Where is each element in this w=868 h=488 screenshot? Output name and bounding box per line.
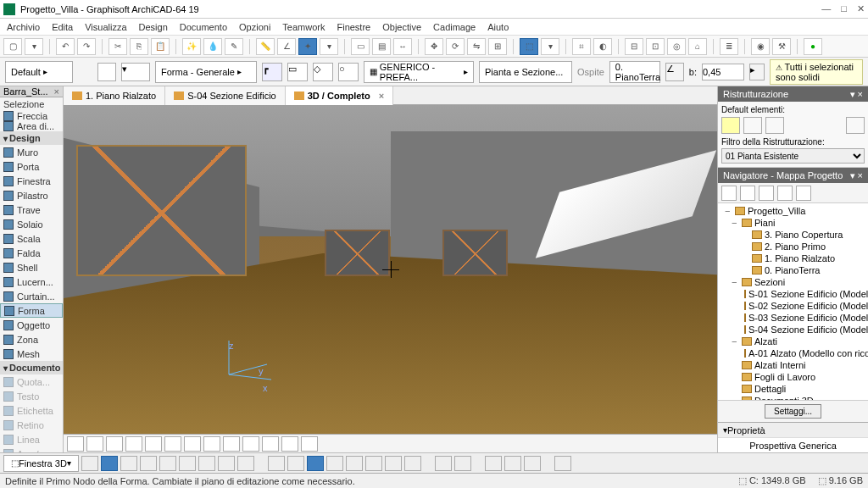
tab-1--piano-rialzato[interactable]: 1. Piano Rialzato <box>64 86 165 105</box>
bt-21[interactable] <box>504 456 521 471</box>
vp-btn-13[interactable] <box>301 436 318 452</box>
tree-0--pianoterra[interactable]: 0. PianoTerra <box>720 264 866 276</box>
tool-testo[interactable]: Testo <box>0 389 63 403</box>
mat-icon[interactable]: ◉ <box>751 38 770 55</box>
bt-2[interactable] <box>101 456 118 471</box>
rect-icon[interactable]: ▭ <box>351 38 370 55</box>
array-icon[interactable]: ⊞ <box>488 38 507 55</box>
geom-b-icon[interactable]: ▭ <box>287 63 308 81</box>
bt-11[interactable] <box>287 456 304 471</box>
tool-retino[interactable]: Retino <box>0 418 63 432</box>
tree-dettagli[interactable]: Dettagli <box>720 383 866 395</box>
tool-scala[interactable]: Scala <box>0 231 63 246</box>
tool-pilastro[interactable]: Pilastro <box>0 188 63 202</box>
tree-s-01-sezione-edificio--modello[interactable]: S-01 Sezione Edificio (Modello <box>720 288 866 300</box>
generico-dropdown[interactable]: ▦ GENERICO - PREFA... ▸ <box>364 61 474 83</box>
home-icon[interactable]: ⌂ <box>688 38 707 55</box>
snap-icon[interactable]: ✦ <box>298 38 317 55</box>
geom-d-icon[interactable]: ○ <box>338 63 359 81</box>
nav-btn-2[interactable] <box>740 186 755 201</box>
menu-finestre[interactable]: Finestre <box>337 22 370 32</box>
nav-btn-1[interactable] <box>721 186 737 201</box>
bt-17[interactable] <box>404 456 421 471</box>
paste-icon[interactable]: 📋 <box>151 38 170 55</box>
nav-btn-5[interactable] <box>796 186 811 201</box>
bt-19[interactable] <box>454 456 471 471</box>
menu-edita[interactable]: Edita <box>52 22 73 32</box>
menu-design[interactable]: Design <box>139 22 168 32</box>
dist-icon[interactable]: ↔ <box>393 38 412 55</box>
reno-btn-4[interactable] <box>846 117 865 134</box>
tree-s-03-sezione-edificio--modello[interactable]: S-03 Sezione Edificio (Modello <box>720 312 866 324</box>
menu-opzioni[interactable]: Opzioni <box>239 22 270 32</box>
tool-etichetta[interactable]: Etichetta <box>0 403 63 418</box>
proprieta-header[interactable]: ▾ Proprietà <box>718 422 868 437</box>
vp-btn-5[interactable] <box>145 436 162 452</box>
tool-solaio[interactable]: Solaio <box>0 217 63 231</box>
tab-3d---completo[interactable]: 3D / Completo× <box>286 86 393 105</box>
tool-falda[interactable]: Falda <box>0 246 63 260</box>
minimize-icon[interactable]: — <box>821 3 831 14</box>
tool-mesh[interactable]: Mesh <box>0 347 63 361</box>
viewplan-icon[interactable]: ▾ <box>541 38 559 55</box>
piano-dropdown[interactable]: 0. PianoTerra <box>609 61 660 83</box>
bt-6[interactable] <box>179 456 196 471</box>
close-icon[interactable]: ✕ <box>857 3 865 14</box>
default-dropdown[interactable]: Default ▸ <box>5 61 73 83</box>
tree-sezioni[interactable]: −Sezioni <box>720 276 866 288</box>
reno-btn-3[interactable] <box>765 117 784 134</box>
maximize-icon[interactable]: □ <box>841 3 847 14</box>
menu-teamwork[interactable]: Teamwork <box>282 22 325 32</box>
vp-btn-3[interactable] <box>106 436 123 452</box>
angle-icon[interactable]: ∠ <box>277 38 296 55</box>
filter-select[interactable]: 01 Pianta Esistente <box>721 148 865 164</box>
bt-14[interactable] <box>346 456 363 471</box>
bt-5[interactable] <box>159 456 176 471</box>
elev-icon[interactable]: ⊡ <box>646 38 665 55</box>
forma-dropdown[interactable]: Forma - Generale ▸ <box>155 61 257 83</box>
vp-btn-11[interactable] <box>262 436 279 452</box>
menu-objective[interactable]: Objective <box>382 22 421 32</box>
tool-linea[interactable]: Linea <box>0 432 63 446</box>
navigator-header[interactable]: Navigatore - Mappa Progetto▾ × <box>718 168 868 183</box>
reno-btn-1[interactable] <box>721 117 740 134</box>
tree-piani[interactable]: −Piani <box>720 217 866 229</box>
tree-alzati-interni[interactable]: Alzati Interni <box>720 359 866 371</box>
navigator-tree[interactable]: −Progetto_Villa−Piani3. Piano Copertura2… <box>718 203 868 400</box>
bt-walk-icon[interactable] <box>140 456 157 471</box>
bt-1[interactable] <box>81 456 98 471</box>
rotate-icon[interactable]: ⟳ <box>446 38 465 55</box>
tool-trave[interactable]: Trave <box>0 202 63 217</box>
bt-16[interactable] <box>385 456 402 471</box>
reno-icon[interactable]: ⚒ <box>772 38 791 55</box>
tree-fogli-di-lavoro[interactable]: Fogli di Lavoro <box>720 371 866 383</box>
tool-zona[interactable]: Zona <box>0 332 63 347</box>
vp-btn-10[interactable] <box>242 436 259 452</box>
tool-muro[interactable]: Muro <box>0 145 63 159</box>
shade-icon[interactable]: ◐ <box>593 38 612 55</box>
vp-btn-8[interactable] <box>203 436 220 452</box>
section-documento[interactable]: ▾ Documento <box>0 361 63 374</box>
angle-icon2[interactable]: ∠ <box>665 63 684 81</box>
view3d-icon[interactable]: ⬚ <box>520 38 538 55</box>
move-icon[interactable]: ✥ <box>425 38 443 55</box>
vp-btn-1[interactable] <box>67 436 84 452</box>
geom-c-icon[interactable]: ◇ <box>313 63 333 81</box>
eyedrop-icon[interactable]: 💧 <box>203 38 222 55</box>
vp-btn-2[interactable] <box>86 436 103 452</box>
bt-22[interactable] <box>524 456 541 471</box>
bt-15[interactable] <box>365 456 382 471</box>
section-icon[interactable]: ⊟ <box>625 38 643 55</box>
tool-icon-a[interactable] <box>97 63 116 81</box>
viewport-3d[interactable]: zyx <box>64 105 717 434</box>
help-icon[interactable]: ● <box>804 38 822 55</box>
tool-porta[interactable]: Porta <box>0 159 63 174</box>
menu-cadimage[interactable]: Cadimage <box>433 22 476 32</box>
tree-alzati[interactable]: −Alzati <box>720 336 866 347</box>
open-icon[interactable]: ▾ <box>25 38 43 55</box>
undo-icon[interactable]: ↶ <box>56 38 75 55</box>
vp-zoom-in-icon[interactable] <box>164 436 181 452</box>
tree-progetto-villa[interactable]: −Progetto_Villa <box>720 205 866 217</box>
tool-quota[interactable]: Quota... <box>0 374 63 389</box>
menu-aiuto[interactable]: Aiuto <box>487 22 509 32</box>
